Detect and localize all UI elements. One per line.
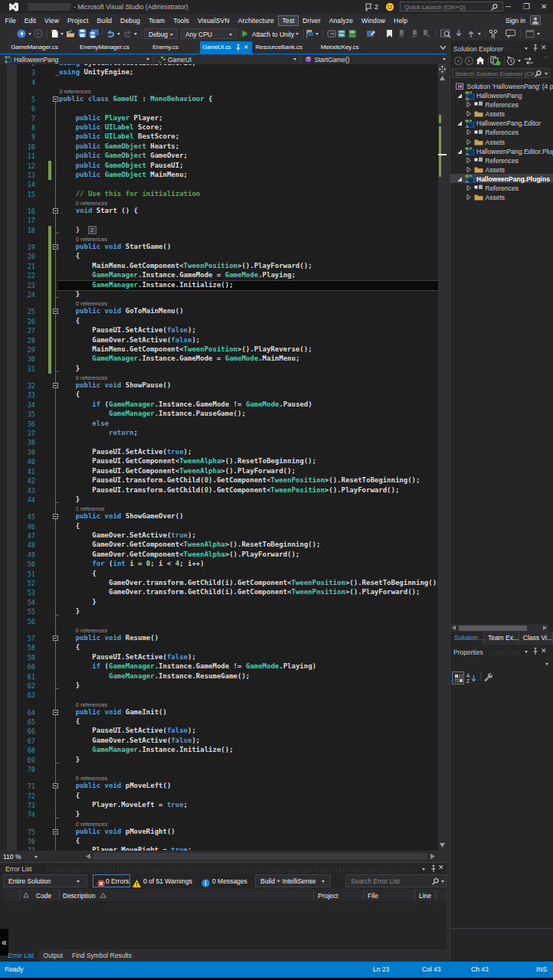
- menu-item-edit[interactable]: Edit: [20, 15, 40, 26]
- breadcrumb-segment-3[interactable]: StartGame(): [301, 54, 451, 64]
- document-tab-resourcebank-cs[interactable]: ResourceBank.cs: [253, 41, 305, 54]
- messages-filter-button[interactable]: 0 Messages: [201, 874, 247, 887]
- breakpoints-window-icon[interactable]: [337, 29, 346, 38]
- tree-item-assets[interactable]: Assets: [450, 165, 553, 174]
- close-panel-icon[interactable]: ✕: [541, 647, 547, 655]
- menu-item-team[interactable]: Team: [144, 15, 169, 26]
- hscroll-right-arrow-icon[interactable]: [543, 626, 547, 630]
- warnings-filter-button[interactable]: 0 of 51 Warnings: [133, 874, 192, 887]
- build-filter-combo[interactable]: Build + IntelliSense: [255, 874, 331, 887]
- next-bookmark-icon[interactable]: [410, 29, 419, 38]
- hscroll-thumb[interactable]: [459, 626, 527, 631]
- zoom-dropdown[interactable]: [34, 856, 38, 858]
- horizontal-scrollbar-thumb[interactable]: [93, 853, 427, 860]
- codelens-references[interactable]: 0 references: [76, 374, 108, 381]
- clear-bookmarks-icon[interactable]: [421, 29, 430, 38]
- menu-item-analyze[interactable]: Analyze: [325, 15, 357, 26]
- user-avatar-icon[interactable]: [530, 15, 541, 25]
- expander-collapsed-icon[interactable]: [466, 129, 472, 136]
- column-header-line[interactable]: Line: [419, 892, 431, 900]
- tree-item-halloweenpang-plugins[interactable]: HalloweenPang.Plugins: [450, 174, 553, 183]
- outline-collapse-box[interactable]: [53, 829, 58, 835]
- close-button[interactable]: ✕: [541, 2, 547, 11]
- tree-item-halloweenpang-editor[interactable]: HalloweenPang.Editor: [450, 119, 553, 128]
- menu-item-driver[interactable]: Driver: [299, 15, 326, 26]
- switch-views-icon[interactable]: [524, 56, 534, 66]
- redo-dropdown[interactable]: [134, 33, 137, 35]
- menu-item-visualsvn[interactable]: VisualSVN: [193, 15, 234, 26]
- codelens-references[interactable]: 0 references: [76, 775, 108, 782]
- find-in-files-icon[interactable]: [440, 29, 451, 38]
- save-all-icon[interactable]: [89, 29, 99, 38]
- quick-launch-box[interactable]: Quick Launch (Ctrl+Q): [400, 2, 503, 11]
- build-filter-dropdown[interactable]: [322, 880, 325, 883]
- document-tab-gamemanager-cs[interactable]: GameManager.cs: [2, 41, 67, 54]
- expander-collapsed-icon[interactable]: [466, 110, 472, 117]
- panel-menu-chevron[interactable]: [525, 651, 528, 653]
- debug-configuration-combo[interactable]: Debug: [144, 28, 178, 39]
- hscroll-left-arrow-icon[interactable]: [86, 854, 90, 859]
- statement-dropdown[interactable]: [316, 33, 319, 35]
- tree-item-halloweenpang[interactable]: HalloweenPang: [450, 91, 553, 100]
- undo-icon[interactable]: [106, 29, 116, 38]
- breadcrumb-dropdown[interactable]: [443, 58, 446, 60]
- menu-item-window[interactable]: Window: [357, 15, 389, 26]
- outline-collapse-box[interactable]: [53, 208, 58, 214]
- alphabetical-sort-button[interactable]: AZ: [466, 671, 478, 684]
- codelens-references[interactable]: 0 references: [76, 821, 108, 828]
- navigate-dropdown[interactable]: [478, 33, 481, 35]
- tool-window-dropdown[interactable]: [537, 33, 540, 35]
- bookmark-icon[interactable]: [385, 29, 393, 38]
- outline-collapse-box[interactable]: [53, 635, 58, 641]
- outline-collapse-box[interactable]: [53, 244, 58, 250]
- breadcrumb-dropdown[interactable]: [293, 58, 296, 60]
- new-file-dropdown[interactable]: [61, 33, 64, 35]
- collapse-panel-button[interactable]: «: [2, 937, 7, 948]
- toolbar-overflow-dots[interactable]: ..: [544, 52, 548, 59]
- properties-object-combo[interactable]: [452, 659, 551, 669]
- document-tab-melodickey-cs[interactable]: MelodicKey.cs: [316, 41, 364, 54]
- scrollbar-down-arrow-icon[interactable]: [440, 843, 445, 848]
- error-list-search-box[interactable]: Search Error List: [345, 874, 447, 887]
- menu-item-file[interactable]: File: [1, 15, 20, 26]
- minimize-button[interactable]: ─: [506, 2, 511, 11]
- expander-expanded-icon[interactable]: [456, 93, 463, 99]
- redo-icon[interactable]: [123, 29, 133, 38]
- tree-item-solution-halloweenpang-4-projects-[interactable]: Solution 'HalloweenPang' (4 projects): [450, 81, 553, 90]
- outline-collapse-box[interactable]: [53, 96, 58, 102]
- codelens-references[interactable]: 0 references: [76, 236, 108, 243]
- panel-tab-solution-[interactable]: Solution...: [450, 632, 484, 645]
- menu-item-debug[interactable]: Debug: [116, 15, 145, 26]
- prev-bookmark-icon[interactable]: [398, 29, 407, 38]
- outline-collapse-box[interactable]: [53, 710, 58, 715]
- codelens-references[interactable]: 0 references: [76, 627, 108, 634]
- platform-dropdown[interactable]: [229, 34, 232, 36]
- debug-configuration-dropdown[interactable]: [170, 34, 173, 36]
- tab-list-chevron-icon[interactable]: [440, 44, 447, 51]
- document-tab-enemymanager-cs[interactable]: EnemyManager.cs: [71, 41, 138, 54]
- home-icon[interactable]: [476, 56, 485, 65]
- tool-window-icon[interactable]: [525, 29, 535, 38]
- tree-item-halloweenpang-editor-plugins[interactable]: HalloweenPang.Editor.Plugins: [450, 146, 553, 155]
- menu-item-help[interactable]: Help: [390, 15, 412, 26]
- outline-collapse-box[interactable]: [53, 309, 58, 314]
- navigate-up-icon[interactable]: [467, 29, 475, 38]
- column-header-code[interactable]: Code: [36, 892, 51, 900]
- expander-expanded-icon[interactable]: [456, 120, 463, 126]
- search-dropdown[interactable]: [545, 73, 548, 75]
- codelens-references[interactable]: 0 references: [76, 200, 108, 207]
- menu-item-architecture[interactable]: Architecture: [234, 15, 278, 26]
- codelens-references[interactable]: 3 references: [59, 88, 91, 95]
- save-icon[interactable]: [78, 29, 87, 38]
- panel-menu-chevron[interactable]: [525, 47, 528, 50]
- expander-collapsed-icon[interactable]: [466, 166, 472, 173]
- solution-hscrollbar[interactable]: [450, 624, 548, 632]
- document-tab-gameui-cs[interactable]: GameUI.cs✕: [200, 41, 252, 54]
- platform-combo[interactable]: Any CPU: [181, 28, 237, 39]
- immediate-window-icon[interactable]: [348, 29, 356, 38]
- breadcrumb-dropdown[interactable]: [146, 58, 149, 60]
- outline-collapse-box[interactable]: [53, 514, 58, 519]
- scrollbar-up-arrow-icon[interactable]: [440, 76, 445, 80]
- tree-item-assets[interactable]: Assets: [450, 193, 553, 202]
- navigate-back-dropdown[interactable]: [28, 33, 31, 35]
